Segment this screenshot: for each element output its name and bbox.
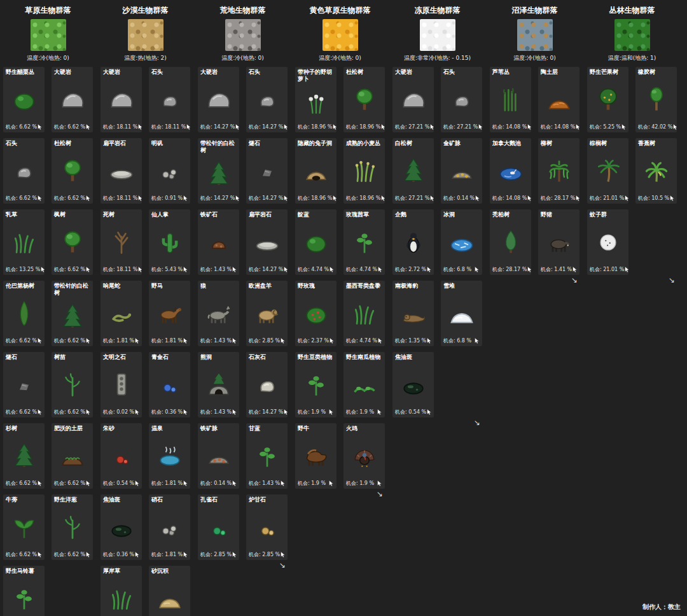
chance-value: 机会: 6.8 %	[443, 337, 471, 344]
item-card[interactable]: 狼机会: 1.43 %	[198, 281, 239, 346]
item-card[interactable]: 炉甘石机会: 2.85 %	[246, 494, 288, 560]
item-card[interactable]: 硝石机会: 1.81 %	[149, 494, 190, 560]
item-card[interactable]: 石灰石机会: 14.27 %	[246, 352, 288, 417]
item-card[interactable]: 朱砂机会: 0.54 %	[101, 423, 142, 489]
item-card[interactable]: 雪堆机会: 6.8 %	[441, 281, 482, 346]
item-card[interactable]: 杜松树机会: 18.96 %	[344, 67, 385, 132]
item-card[interactable]: 孔雀石机会: 2.85 %	[198, 494, 239, 560]
item-card[interactable]: 响尾蛇机会: 1.81 %	[101, 281, 142, 346]
item-card[interactable]: 厚岸草机会: 3.62 %	[101, 566, 142, 616]
item-card[interactable]: 大硬岩机会: 18.11 %	[101, 67, 142, 132]
item-card[interactable]: 加拿大鹅池机会: 14.08 %	[490, 138, 531, 204]
item-chance: 机会: 6.62 %	[6, 551, 42, 558]
item-card[interactable]: 焦油斑机会: 0.36 %	[101, 494, 142, 560]
item-card[interactable]: 企鹅机会: 2.72 %	[392, 209, 434, 275]
item-card[interactable]: 甘蓝机会: 1.43 %	[246, 423, 288, 489]
item-card[interactable]: 温泉机会: 1.81 %	[149, 423, 190, 489]
item-card[interactable]: 铁矿脉机会: 0.14 %	[198, 423, 239, 489]
item-card[interactable]: 隐藏的兔子洞机会: 18.96 %	[295, 138, 337, 204]
item-card[interactable]: 野生醋栗丛机会: 6.62 %	[3, 67, 45, 132]
item-card[interactable]: 芦苇丛机会: 14.08 %	[490, 67, 531, 132]
item-card[interactable]: 大硬岩机会: 14.27 %	[198, 67, 239, 132]
item-card[interactable]: 野生南瓜植物机会: 1.9 %	[344, 352, 385, 417]
item-name: 枫树	[54, 211, 90, 219]
rubber-icon	[638, 76, 674, 123]
item-card[interactable]: 扁平岩石机会: 18.11 %	[101, 138, 142, 204]
resize-handle-icon[interactable]: ↘	[490, 275, 579, 284]
item-card[interactable]: 野生洋葱机会: 6.62 %	[52, 494, 93, 560]
item-card[interactable]: 枫树机会: 6.62 %	[52, 209, 93, 275]
item-card[interactable]: 青金石机会: 0.36 %	[149, 352, 190, 417]
item-card[interactable]: 野猪机会: 1.41 %	[538, 209, 579, 275]
item-card[interactable]: 香蕉树机会: 10.5 %	[635, 138, 677, 204]
item-card[interactable]: 焦油斑机会: 0.54 %	[392, 352, 434, 417]
item-card[interactable]: 野牛机会: 1.9 %	[295, 423, 337, 489]
item-card[interactable]: 熊洞机会: 1.43 %	[198, 352, 239, 417]
item-card[interactable]: 金矿脉机会: 0.14 %	[441, 138, 482, 204]
item-card[interactable]: 燧石机会: 6.62 %	[3, 352, 45, 417]
item-card[interactable]: 杜松树机会: 6.62 %	[52, 138, 93, 204]
item-card[interactable]: 带种子的野胡萝卜机会: 18.96 %	[295, 67, 337, 132]
item-card[interactable]: 明矾机会: 0.91 %	[149, 138, 190, 204]
item-card[interactable]: 野玫瑰机会: 2.37 %	[295, 281, 337, 346]
item-card[interactable]: 石头机会: 18.11 %	[149, 67, 190, 132]
item-card[interactable]: 带松针的白松树机会: 6.62 %	[52, 281, 93, 346]
item-card[interactable]: 白松树机会: 27.21 %	[392, 138, 434, 204]
chance-value: 机会: 0.36 %	[103, 551, 134, 558]
item-card[interactable]: 蚊子群机会: 21.01 %	[587, 209, 628, 275]
chance-value: 机会: 1.43 %	[249, 480, 280, 487]
item-chance: 机会: 6.62 %	[54, 409, 90, 416]
item-card[interactable]: 带松针的白松树机会: 14.27 %	[198, 138, 239, 204]
item-card[interactable]: 靛蓝机会: 4.74 %	[295, 209, 337, 275]
item-card[interactable]: 大硬岩机会: 27.21 %	[392, 67, 434, 132]
item-card[interactable]: 欧洲盘羊机会: 2.85 %	[246, 281, 288, 346]
item-card[interactable]: 野生马铃薯机会: 0.66 %	[3, 566, 45, 616]
cursor-icon	[380, 123, 385, 130]
item-card[interactable]: 文明之石机会: 0.02 %	[101, 352, 142, 417]
item-card[interactable]: 成熟的小麦丛机会: 18.96 %	[344, 138, 385, 204]
item-card[interactable]: 玫瑰茜草机会: 4.74 %	[344, 209, 385, 275]
item-card[interactable]: 肥沃的土层机会: 6.62 %	[52, 423, 93, 489]
resize-handle-icon[interactable]: ↘	[295, 489, 385, 498]
wheat-icon	[346, 148, 382, 195]
tree-icon	[54, 148, 90, 195]
item-card[interactable]: 扁平岩石机会: 14.27 %	[246, 209, 288, 275]
cursor-icon	[235, 123, 239, 130]
item-name: 死树	[103, 211, 139, 219]
item-card[interactable]: 树苗机会: 6.62 %	[52, 352, 93, 417]
tar-icon	[103, 504, 139, 551]
item-card[interactable]: 橡胶树机会: 42.02 %	[635, 67, 677, 132]
item-card[interactable]: 南极海豹机会: 1.35 %	[392, 281, 434, 346]
item-card[interactable]: 死树机会: 18.11 %	[101, 209, 142, 275]
item-name: 甘蓝	[249, 425, 285, 433]
item-card[interactable]: 火鸡机会: 1.9 %	[344, 423, 385, 489]
item-card[interactable]: 燧石机会: 14.27 %	[246, 138, 288, 204]
item-card[interactable]: 冰洞机会: 6.8 %	[441, 209, 482, 275]
item-name: 肥沃的土层	[54, 425, 90, 433]
item-card[interactable]: 铁矿石机会: 1.43 %	[198, 209, 239, 275]
item-card[interactable]: 仙人掌机会: 5.43 %	[149, 209, 190, 275]
item-card[interactable]: 柳树机会: 28.17 %	[538, 138, 579, 204]
resize-handle-icon[interactable]: ↘	[392, 417, 482, 426]
item-card[interactable]: 石头机会: 6.62 %	[3, 138, 45, 204]
item-card[interactable]: 野生豆类植物机会: 1.9 %	[295, 352, 337, 417]
item-card[interactable]: 大硬岩机会: 6.62 %	[52, 67, 93, 132]
item-card[interactable]: 石头机会: 14.27 %	[246, 67, 288, 132]
sapling-icon	[54, 504, 90, 551]
chance-value: 机会: 6.62 %	[6, 195, 37, 202]
item-card[interactable]: 乳草机会: 13.25 %	[3, 209, 45, 275]
item-chance: 机会: 14.27 %	[200, 123, 237, 130]
item-card[interactable]: 伦巴第杨树机会: 6.62 %	[3, 281, 45, 346]
item-card[interactable]: 棕榈树机会: 21.01 %	[587, 138, 628, 204]
item-card[interactable]: 秃柏树机会: 28.17 %	[490, 209, 531, 275]
resize-handle-icon[interactable]: ↘	[198, 560, 288, 569]
resize-handle-icon[interactable]: ↘	[587, 275, 677, 284]
item-card[interactable]: 墨西哥类盘黍机会: 4.74 %	[344, 281, 385, 346]
item-card[interactable]: 陶土层机会: 14.08 %	[538, 67, 579, 132]
item-card[interactable]: 牛蒡机会: 6.62 %	[3, 494, 45, 560]
item-card[interactable]: 石头机会: 27.21 %	[441, 67, 482, 132]
item-card[interactable]: 杉树机会: 6.62 %	[3, 423, 45, 489]
item-card[interactable]: 野生芒果树机会: 5.25 %	[587, 67, 628, 132]
item-card[interactable]: 砂沉积机会: 9.06 %	[149, 566, 190, 616]
item-card[interactable]: 野马机会: 1.81 %	[149, 281, 190, 346]
